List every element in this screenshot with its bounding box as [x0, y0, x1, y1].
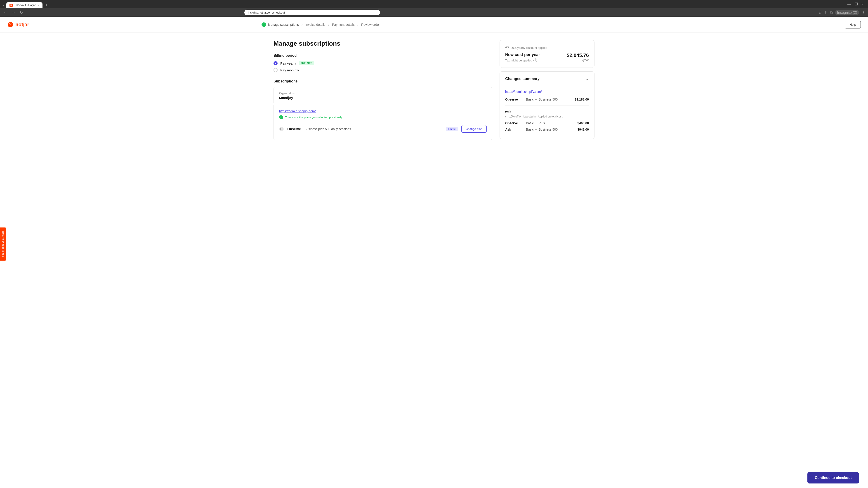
window-restore-button[interactable]: ❐ [855, 2, 858, 6]
observe-plan-desc: Business plan 500 daily sessions [305, 127, 442, 131]
site-url-link[interactable]: https://admin.shopify.com/ [279, 109, 487, 113]
breadcrumb-review-order: Review order [361, 23, 380, 26]
tax-info-icon[interactable]: i [533, 59, 537, 62]
change-observe-price: $1,188.00 [575, 98, 589, 101]
change-row-ask-web: Ask Basic → Business 500 $948.00 [505, 126, 589, 133]
bookmark-icon[interactable]: ☆ [818, 10, 822, 15]
changes-body: https://admin.shopify.com/ Observe Basic… [500, 86, 594, 139]
forward-button[interactable]: → [11, 10, 16, 15]
org-card: Organization Moodjoy [274, 87, 492, 104]
org-label: Organization [279, 92, 487, 95]
download-icon[interactable]: ⬇ [825, 10, 827, 15]
breadcrumb-nav: ✓ Manage subscriptions › Invoice details… [261, 22, 380, 27]
change-observe-web-product: Observe [505, 121, 523, 125]
tab-close-button[interactable]: × [37, 4, 39, 7]
yearly-discount-badge: 20% OFF [299, 61, 314, 65]
new-tab-button[interactable]: + [43, 2, 50, 8]
breadcrumb-payment-details: Payment details [332, 23, 355, 26]
billing-option-monthly[interactable]: Pay monthly [274, 68, 492, 72]
observe-product-name: Observe [287, 127, 301, 131]
subscriptions-section: Subscriptions Organization Moodjoy https… [274, 79, 492, 140]
subscription-row-observe: Observe Business plan 500 daily sessions… [279, 123, 487, 135]
address-input[interactable] [244, 10, 380, 15]
breadcrumb-chevron-3: › [358, 23, 359, 27]
billing-option-yearly[interactable]: Pay yearly 20% OFF [274, 61, 492, 65]
browser-chrome: ‹ H Checkout - Hotjar × + — ❐ × ← → ↻ ☆ … [0, 0, 868, 17]
right-panel: 🏷 20% yearly discount applied New cost p… [500, 40, 594, 140]
tax-note: Tax might be applied i [505, 59, 540, 62]
change-observe-desc: Basic → Business 500 [523, 98, 575, 101]
change-observe-web-desc: Basic → Plus [523, 121, 577, 125]
billing-yearly-label: Pay yearly [280, 61, 296, 65]
breadcrumb-chevron-2: › [328, 23, 329, 27]
window-controls: — ❐ × [845, 2, 866, 8]
radio-monthly[interactable] [274, 68, 278, 72]
edited-badge: Edited [446, 127, 458, 131]
breadcrumb-chevron-1: › [302, 23, 303, 27]
web-discount-icon: 🏷 [505, 115, 508, 118]
previously-selected-notice: ✓ These are the plans you selected previ… [279, 115, 487, 119]
radio-yearly[interactable] [274, 61, 278, 65]
change-observe-product: Observe [505, 98, 523, 101]
breadcrumb-manage-subscriptions: ✓ Manage subscriptions [261, 22, 299, 27]
hotjar-logo-icon [7, 22, 13, 28]
window-minimize-button[interactable]: — [847, 2, 851, 6]
left-panel: Manage subscriptions Billing period Pay … [274, 40, 492, 140]
hotjar-logo[interactable]: hotjar [7, 22, 29, 28]
tab-favicon: H [9, 4, 13, 7]
previously-selected-text: These are the plans you selected previou… [285, 116, 343, 119]
help-button[interactable]: Help [845, 21, 861, 29]
breadcrumb-invoice-details: Invoice details [305, 23, 326, 26]
billing-options: Pay yearly 20% OFF Pay monthly [274, 61, 492, 72]
breadcrumb-manage-label: Manage subscriptions [268, 23, 299, 26]
change-ask-web-price: $948.00 [577, 128, 589, 131]
back-button[interactable]: ← [3, 10, 8, 15]
tab-title: Checkout - Hotjar [14, 4, 35, 7]
svg-point-1 [281, 129, 282, 129]
cost-label: New cost per year [505, 53, 540, 57]
tab-scroll-left-icon[interactable]: ‹ [2, 3, 5, 8]
change-ask-web-product: Ask [505, 128, 523, 131]
changes-summary-header[interactable]: Changes summary ⌄ [500, 72, 594, 86]
app-header: hotjar ✓ Manage subscriptions › Invoice … [0, 17, 868, 33]
breadcrumb-payment-label: Payment details [332, 23, 355, 26]
web-section: web 🏷 10% off on lowest plan. Applied on… [505, 108, 589, 134]
changes-site-url[interactable]: https://admin.shopify.com/ [505, 86, 589, 96]
site-section: https://admin.shopify.com/ ✓ These are t… [274, 105, 492, 140]
active-tab[interactable]: H Checkout - Hotjar × [6, 2, 42, 8]
cost-period: /year [567, 58, 589, 62]
web-discount-info: 🏷 10% off on lowest plan. Applied on tot… [505, 115, 589, 118]
change-row-observe-shopify: Observe Basic → Business 500 $1,188.00 [505, 96, 589, 103]
observe-product-icon [279, 127, 284, 131]
breadcrumb-check-icon: ✓ [261, 22, 266, 27]
refresh-button[interactable]: ↻ [19, 10, 24, 15]
web-discount-text: 10% off on lowest plan. Applied on total… [509, 115, 563, 118]
change-ask-web-desc: Basic → Business 500 [523, 128, 577, 131]
address-actions: ☆ ⬇ ⧉ Incognito (2) ⋮ [818, 10, 865, 15]
more-menu-icon[interactable]: ⋮ [862, 10, 865, 15]
screen-mode-icon[interactable]: ⧉ [830, 11, 833, 15]
discount-text: 20% yearly discount applied [510, 46, 547, 50]
org-name: Moodjoy [279, 96, 487, 100]
cost-card: 🏷 20% yearly discount applied New cost p… [500, 40, 594, 68]
address-bar: ← → ↻ ☆ ⬇ ⧉ Incognito (2) ⋮ [0, 8, 868, 17]
breadcrumb-invoice-label: Invoice details [305, 23, 326, 26]
cost-row: New cost per year Tax might be applied i… [505, 53, 589, 62]
page-title: Manage subscriptions [274, 40, 492, 47]
web-label: web [505, 110, 589, 113]
subscriptions-title: Subscriptions [274, 79, 492, 84]
tab-bar: ‹ H Checkout - Hotjar × + — ❐ × [0, 0, 868, 8]
main-content: Manage subscriptions Billing period Pay … [265, 33, 603, 147]
window-close-button[interactable]: × [862, 2, 864, 6]
change-plan-button[interactable]: Change plan [461, 125, 487, 133]
billing-period-title: Billing period [274, 54, 492, 58]
changes-chevron-icon: ⌄ [585, 76, 589, 82]
discount-info: 🏷 20% yearly discount applied [505, 46, 589, 50]
previously-selected-check-icon: ✓ [279, 115, 283, 119]
change-observe-web-price: $468.00 [577, 121, 589, 125]
changes-summary-title: Changes summary [505, 76, 539, 81]
discount-icon: 🏷 [505, 46, 509, 50]
changes-card: Changes summary ⌄ https://admin.shopify.… [500, 71, 594, 139]
breadcrumb-review-label: Review order [361, 23, 380, 26]
billing-monthly-label: Pay monthly [280, 68, 299, 72]
